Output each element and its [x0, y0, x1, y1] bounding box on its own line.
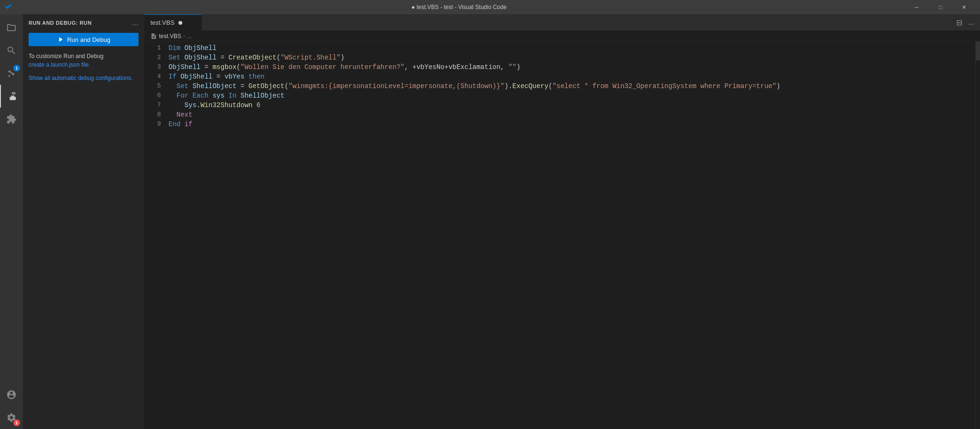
activity-bar: 1 1 — [0, 14, 23, 429]
code-line-8: 8 Next — [145, 110, 975, 120]
maximize-button[interactable]: □ — [930, 0, 951, 14]
line-number-4: 4 — [145, 72, 168, 81]
sidebar-customize-text: To customize Run and Debug create a laun… — [23, 52, 144, 69]
editor-more-button[interactable]: ... — [966, 17, 976, 28]
line-number-8: 8 — [145, 110, 168, 120]
activity-item-account[interactable] — [0, 383, 23, 406]
titlebar-title: ● test.VBS - test - Visual Studio Code — [412, 4, 507, 10]
line-content-3: ObjShell = msgbox("Wollen Sie den Comput… — [168, 62, 975, 72]
line-content-7: Sys.Win32Shutdown 6 — [168, 100, 975, 110]
code-editor[interactable]: 1Dim ObjShell2Set ObjShell = CreateObjec… — [145, 41, 975, 429]
line-number-9: 9 — [145, 120, 168, 129]
source-control-badge: 1 — [13, 65, 20, 71]
minimap-thumb — [976, 41, 980, 60]
minimap — [975, 41, 980, 429]
line-number-3: 3 — [145, 62, 168, 72]
extensions-icon — [6, 114, 17, 124]
code-line-9: 9End if — [145, 120, 975, 129]
files-icon — [6, 22, 17, 33]
activity-item-search[interactable] — [0, 39, 23, 62]
sidebar-header: RUN AND DEBUG: RUN ... — [23, 14, 144, 31]
line-number-1: 1 — [145, 43, 168, 53]
tab-actions: ⊟ ... — [950, 14, 980, 30]
line-content-6: For Each sys In ShellObject — [168, 91, 975, 100]
line-content-1: Dim ObjShell — [168, 43, 975, 53]
line-number-6: 6 — [145, 91, 168, 100]
editor-tab-test-vbs[interactable]: test.VBS — [145, 14, 202, 30]
code-line-4: 4If ObjShell = vbYes then — [145, 72, 975, 81]
code-line-1: 1Dim ObjShell — [145, 43, 975, 53]
sidebar-title: RUN AND DEBUG: RUN — [29, 20, 92, 26]
code-line-2: 2Set ObjShell = CreateObject("WScript.Sh… — [145, 53, 975, 62]
settings-badge: 1 — [13, 419, 20, 426]
minimize-button[interactable]: ─ — [906, 0, 928, 14]
split-editor-button[interactable]: ⊟ — [954, 17, 964, 28]
code-line-3: 3ObjShell = msgbox("Wollen Sie den Compu… — [145, 62, 975, 72]
line-number-5: 5 — [145, 81, 168, 91]
run-debug-button[interactable]: Run and Debug — [29, 33, 139, 46]
line-content-9: End if — [168, 120, 975, 129]
titlebar-left — [5, 3, 12, 11]
line-content-2: Set ObjShell = CreateObject("WScript.She… — [168, 53, 975, 62]
tab-modified-indicator — [178, 21, 182, 25]
vscode-logo-icon — [5, 3, 12, 11]
account-icon — [6, 389, 17, 400]
code-line-5: 5 Set ShellObject = GetObject("winmgmts:… — [145, 81, 975, 91]
line-number-7: 7 — [145, 100, 168, 110]
titlebar: ● test.VBS - test - Visual Studio Code ─… — [0, 0, 980, 14]
sidebar: RUN AND DEBUG: RUN ... Run and Debug To … — [23, 14, 145, 429]
tab-filename: test.VBS — [150, 19, 175, 26]
line-content-4: If ObjShell = vbYes then — [168, 72, 975, 81]
show-all-configs-link[interactable]: Show all automatic debug configurations. — [23, 69, 144, 81]
editor-wrapper: 1Dim ObjShell2Set ObjShell = CreateObjec… — [145, 41, 980, 429]
search-icon — [6, 45, 17, 56]
breadcrumb-symbol[interactable]: ... — [187, 33, 192, 40]
line-content-5: Set ShellObject = GetObject("winmgmts:{i… — [168, 81, 975, 91]
run-debug-label: Run and Debug — [67, 36, 110, 43]
code-line-7: 7 Sys.Win32Shutdown 6 — [145, 100, 975, 110]
activity-item-extensions[interactable] — [0, 108, 23, 130]
line-content-8: Next — [168, 110, 975, 120]
activity-item-settings[interactable]: 1 — [0, 406, 23, 429]
breadcrumb: test.VBS › ... — [145, 31, 980, 41]
line-number-2: 2 — [145, 53, 168, 62]
activity-item-explorer[interactable] — [0, 16, 23, 39]
breadcrumb-file-icon — [150, 33, 157, 40]
breadcrumb-filename[interactable]: test.VBS — [159, 33, 181, 40]
close-button[interactable]: ✕ — [953, 0, 975, 14]
sidebar-more-button[interactable]: ... — [132, 19, 139, 27]
activity-item-run-debug[interactable] — [0, 85, 23, 108]
create-launch-json-link[interactable]: create a launch.json file. — [29, 61, 90, 68]
code-line-6: 6 For Each sys In ShellObject — [145, 91, 975, 100]
run-debug-icon — [7, 91, 17, 101]
titlebar-controls: ─ □ ✕ — [906, 0, 975, 14]
editor-area: test.VBS ⊟ ... test.VBS › ... 1Dim ObjSh… — [145, 14, 980, 429]
play-icon — [57, 36, 64, 43]
tab-bar: test.VBS ⊟ ... — [145, 14, 980, 31]
main-container: 1 1 RUN AND DEBUG: RUN .. — [0, 14, 980, 429]
activity-item-source-control[interactable]: 1 — [0, 62, 23, 85]
